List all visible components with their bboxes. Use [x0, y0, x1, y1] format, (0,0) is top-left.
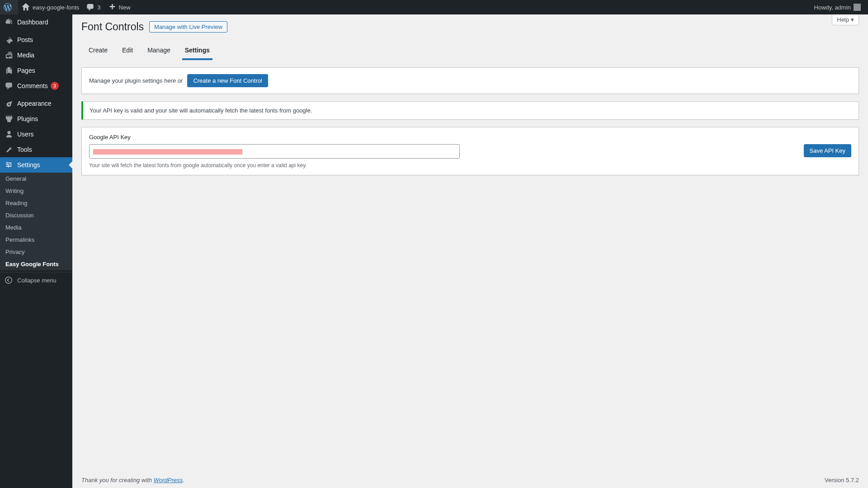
- wordpress-icon: [4, 3, 12, 11]
- sidebar-item-posts[interactable]: Posts: [0, 32, 72, 47]
- wp-logo-menu[interactable]: [0, 0, 18, 14]
- plus-icon: [108, 3, 116, 11]
- manage-live-preview-button[interactable]: Manage with Live Preview: [149, 21, 227, 33]
- comments-badge: 3: [51, 82, 59, 90]
- sidebar-item-media[interactable]: Media: [0, 47, 72, 63]
- sidebar-item-settings[interactable]: Settings: [0, 157, 72, 173]
- avatar: [854, 4, 861, 11]
- comment-icon: [86, 3, 94, 11]
- notice-text: Your API key is valid and your site will…: [90, 107, 312, 114]
- new-label: New: [119, 4, 131, 11]
- sidebar-sub-writing[interactable]: Writing: [0, 185, 72, 197]
- chevron-down-icon: ▾: [851, 16, 854, 23]
- comments-menu[interactable]: 3: [83, 0, 104, 14]
- redacted-value: [93, 149, 242, 155]
- admin-bar: easy-google-fonts 3 New Howdy, admin: [0, 0, 868, 14]
- tabs: Create Edit Manage Settings: [81, 42, 859, 60]
- sidebar-item-comments[interactable]: Comments 3: [0, 78, 72, 94]
- api-key-label: Google API Key: [89, 134, 851, 141]
- admin-bar-left: easy-google-fonts 3 New: [0, 0, 134, 14]
- sidebar-label: Appearance: [17, 100, 52, 107]
- sidebar-item-users[interactable]: Users: [0, 127, 72, 142]
- user-icon: [5, 130, 14, 138]
- sidebar-sub-general[interactable]: General: [0, 173, 72, 185]
- sidebar-sub-egf[interactable]: Easy Google Fonts: [0, 258, 72, 270]
- footer: Thank you for creating with WordPress. V…: [72, 472, 868, 488]
- sidebar-label: Media: [17, 52, 34, 59]
- admin-sidebar: Dashboard Posts Media Pages Comments 3 A…: [0, 14, 72, 488]
- sidebar-label: Settings: [17, 161, 40, 169]
- footer-thanks: Thank you for creating with WordPress.: [81, 477, 184, 483]
- api-help-text: Your site will fetch the latest fonts fr…: [89, 162, 460, 169]
- comment-count-label: 3: [97, 4, 100, 11]
- page-header: Font Controls Manage with Live Preview: [81, 14, 859, 33]
- main-content: Help ▾ Font Controls Manage with Live Pr…: [72, 14, 868, 488]
- sidebar-label: Posts: [17, 36, 33, 43]
- api-key-input[interactable]: [89, 144, 460, 159]
- page-title: Font Controls: [81, 21, 144, 33]
- comment-icon: [5, 82, 14, 90]
- collapse-label: Collapse menu: [17, 277, 57, 284]
- help-label: Help: [837, 16, 849, 23]
- version-label: Version 5.7.2: [825, 477, 859, 483]
- tab-manage[interactable]: Manage: [145, 42, 173, 60]
- howdy-label: Howdy, admin: [814, 4, 851, 11]
- sidebar-label: Comments: [17, 82, 48, 89]
- media-icon: [5, 51, 14, 59]
- help-tab-wrapper: Help ▾: [832, 14, 859, 25]
- sidebar-label: Plugins: [17, 115, 38, 122]
- intro-text: Manage your plugin settings here or: [89, 77, 183, 84]
- help-button[interactable]: Help ▾: [832, 14, 859, 25]
- svg-point-0: [5, 277, 12, 283]
- sidebar-item-dashboard[interactable]: Dashboard: [0, 14, 72, 30]
- sidebar-sub-privacy[interactable]: Privacy: [0, 246, 72, 258]
- collapse-icon: [5, 276, 14, 284]
- pin-icon: [5, 36, 14, 44]
- sidebar-label: Users: [17, 131, 34, 138]
- sidebar-item-pages[interactable]: Pages: [0, 63, 72, 78]
- wordpress-link[interactable]: WordPress: [154, 477, 183, 483]
- pages-icon: [5, 66, 14, 75]
- tab-create[interactable]: Create: [86, 42, 110, 60]
- sidebar-label: Pages: [17, 67, 35, 74]
- sliders-icon: [5, 161, 14, 169]
- tab-settings[interactable]: Settings: [182, 42, 212, 60]
- sidebar-label: Dashboard: [17, 19, 48, 26]
- home-icon: [22, 3, 30, 11]
- plug-icon: [5, 115, 14, 123]
- api-card: Google API Key Your site will fetch the …: [81, 127, 859, 175]
- new-content-menu[interactable]: New: [104, 0, 134, 14]
- sidebar-sub-reading[interactable]: Reading: [0, 197, 72, 209]
- sidebar-label: Tools: [17, 146, 32, 153]
- account-menu[interactable]: Howdy, admin: [811, 0, 864, 14]
- sidebar-sub-media[interactable]: Media: [0, 221, 72, 234]
- sidebar-sub-permalinks[interactable]: Permalinks: [0, 234, 72, 246]
- admin-bar-right: Howdy, admin: [811, 0, 868, 14]
- dashboard-icon: [5, 18, 14, 26]
- save-api-key-button[interactable]: Save API Key: [804, 144, 852, 157]
- tab-edit[interactable]: Edit: [119, 42, 136, 60]
- create-font-control-button[interactable]: Create a new Font Control: [187, 74, 268, 87]
- site-name-menu[interactable]: easy-google-fonts: [18, 0, 83, 14]
- sidebar-sub-discussion[interactable]: Discussion: [0, 209, 72, 221]
- sidebar-item-tools[interactable]: Tools: [0, 142, 72, 157]
- success-notice: Your API key is valid and your site will…: [81, 101, 859, 120]
- collapse-menu[interactable]: Collapse menu: [0, 272, 72, 288]
- intro-card: Manage your plugin settings here or Crea…: [81, 67, 859, 94]
- sidebar-item-appearance[interactable]: Appearance: [0, 96, 72, 111]
- sidebar-item-plugins[interactable]: Plugins: [0, 111, 72, 127]
- brush-icon: [5, 99, 14, 108]
- wrench-icon: [5, 145, 14, 154]
- site-name-label: easy-google-fonts: [33, 4, 79, 11]
